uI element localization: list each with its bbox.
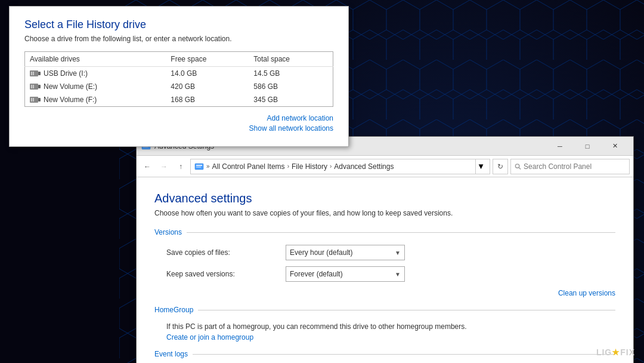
col-available-drives: Available drives <box>25 52 166 67</box>
file-history-dialog: Select a File History drive Choose a dri… <box>9 6 349 147</box>
homegroup-link[interactable]: Create or join a homegroup <box>154 333 615 342</box>
watermark-fix: FIX <box>620 347 635 357</box>
drive-row-f[interactable]: New Volume (F:) 168 GB 345 GB <box>25 93 333 107</box>
keep-versions-label: Keep saved versions: <box>166 270 286 278</box>
up-button[interactable]: ↑ <box>174 159 188 174</box>
event-logs-divider <box>193 354 615 355</box>
dialog-title: Select a File History drive <box>24 19 333 31</box>
dialog-subtitle: Choose a drive from the following list, … <box>24 35 333 43</box>
drive-free-usb: 14.0 GB <box>166 67 249 81</box>
svg-rect-6 <box>31 85 32 88</box>
content-title: Advanced settings <box>154 192 615 205</box>
maximize-button[interactable]: □ <box>574 137 601 156</box>
homegroup-description: If this PC is part of a homegroup, you c… <box>154 322 615 331</box>
keep-versions-arrow: ▼ <box>395 271 401 278</box>
svg-rect-3 <box>33 72 34 75</box>
watermark-lig: LIG <box>596 347 612 357</box>
path-separator-1: » <box>206 163 210 170</box>
clean-up-row: Clean up versions <box>154 288 615 297</box>
close-button[interactable]: ✕ <box>601 137 628 156</box>
watermark: LIG★FIX <box>596 347 635 357</box>
drive-name-f: New Volume (F:) <box>44 96 97 104</box>
homegroup-section-header: HomeGroup <box>154 306 615 314</box>
drive-name-e: New Volume (E:) <box>44 82 97 91</box>
drive-total-usb: 14.5 GB <box>249 67 333 81</box>
svg-rect-9 <box>38 98 41 101</box>
svg-rect-1 <box>38 72 41 75</box>
drive-free-f: 168 GB <box>166 93 249 107</box>
homegroup-section: HomeGroup If this PC is part of a homegr… <box>154 306 615 342</box>
search-icon <box>515 163 521 170</box>
svg-rect-5 <box>38 85 41 88</box>
svg-point-18 <box>515 164 519 167</box>
drive-f-icon <box>30 96 41 104</box>
event-logs-section-header: Event logs <box>154 350 615 358</box>
usb-drive-icon <box>30 69 41 78</box>
drive-total-e: 586 GB <box>249 80 333 93</box>
homegroup-label: HomeGroup <box>154 306 193 314</box>
svg-line-19 <box>519 167 521 169</box>
drive-row-e[interactable]: New Volume (E:) 420 GB 586 GB <box>25 80 333 93</box>
svg-rect-16 <box>196 165 202 166</box>
save-copies-dropdown[interactable]: Every hour (default) ▼ <box>286 245 405 260</box>
svg-rect-2 <box>31 72 32 75</box>
save-copies-label: Save copies of files: <box>166 248 286 257</box>
drive-e-icon <box>30 82 41 91</box>
dialog-links: Add network location Show all network lo… <box>24 114 333 133</box>
minimize-button[interactable]: ─ <box>546 137 574 156</box>
event-logs-label: Event logs <box>154 350 188 358</box>
drive-name-usb: USB Drive (I:) <box>44 69 88 78</box>
path-icon <box>194 162 204 171</box>
drives-table: Available drives Free space Total space … <box>24 51 333 107</box>
search-box <box>510 159 630 174</box>
path-item-1[interactable]: All Control Panel Items <box>212 162 285 171</box>
drive-row-usb[interactable]: USB Drive (I:) 14.0 GB 14.5 GB <box>25 67 333 81</box>
path-dropdown-button[interactable]: ▼ <box>475 159 486 174</box>
path-separator-2: › <box>287 163 289 170</box>
keep-versions-row: Keep saved versions: Forever (default) ▼ <box>154 266 615 282</box>
back-button[interactable]: ← <box>140 159 154 174</box>
versions-divider <box>187 232 615 233</box>
save-copies-value: Every hour (default) <box>290 248 352 257</box>
forward-button[interactable]: → <box>157 159 171 174</box>
watermark-star: ★ <box>612 347 620 357</box>
show-all-network-link[interactable]: Show all network locations <box>24 124 333 133</box>
svg-rect-7 <box>33 85 34 88</box>
title-bar-buttons: ─ □ ✕ <box>546 137 628 156</box>
col-total-space: Total space <box>249 52 333 67</box>
clean-up-versions-link[interactable]: Clean up versions <box>558 289 615 297</box>
versions-label: Versions <box>154 228 182 236</box>
content-subtitle: Choose how often you want to save copies… <box>154 209 615 217</box>
save-copies-row: Save copies of files: Every hour (defaul… <box>154 245 615 260</box>
path-item-3[interactable]: Advanced Settings <box>334 162 394 171</box>
advanced-settings-window: Advanced Settings ─ □ ✕ ← → ↑ » All Cont… <box>136 136 634 363</box>
address-path[interactable]: » All Control Panel Items › File History… <box>190 159 490 174</box>
save-copies-arrow: ▼ <box>395 250 401 256</box>
address-bar: ← → ↑ » All Control Panel Items › File H… <box>137 156 633 177</box>
svg-rect-17 <box>196 167 201 168</box>
path-item-2[interactable]: File History <box>292 162 327 171</box>
add-network-location-link[interactable]: Add network location <box>24 114 333 122</box>
drive-total-f: 345 GB <box>249 93 333 107</box>
svg-rect-11 <box>33 98 34 101</box>
path-separator-3: › <box>330 163 332 170</box>
drive-free-e: 420 GB <box>166 80 249 93</box>
keep-versions-value: Forever (default) <box>290 270 343 278</box>
search-input[interactable] <box>524 162 626 171</box>
col-free-space: Free space <box>166 52 249 67</box>
window-content: Advanced settings Choose how often you w… <box>137 177 633 363</box>
versions-section-header: Versions <box>154 228 615 236</box>
keep-versions-dropdown[interactable]: Forever (default) ▼ <box>286 266 405 282</box>
svg-rect-10 <box>31 98 32 101</box>
homegroup-divider <box>198 310 615 310</box>
refresh-button[interactable]: ↻ <box>493 159 508 174</box>
event-logs-section: Event logs i Open File History event log… <box>154 350 615 363</box>
